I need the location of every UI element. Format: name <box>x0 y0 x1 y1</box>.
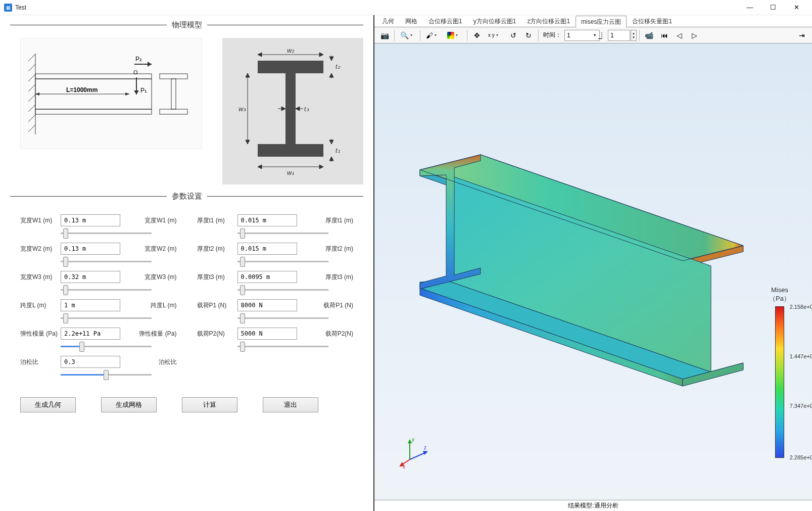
frame-up-icon[interactable]: ▲ <box>631 31 636 35</box>
svg-marker-45 <box>329 157 333 161</box>
tab-mises[interactable]: mises应力云图 <box>576 16 627 27</box>
rotate-ccw-icon[interactable]: ↺ <box>506 29 520 42</box>
step-icon[interactable]: ⏌ <box>597 29 607 42</box>
svg-rect-12 <box>160 74 187 79</box>
zoom-dropdown-icon[interactable]: 🔍 <box>397 29 417 42</box>
close-button[interactable]: ✕ <box>785 0 808 15</box>
svg-marker-62 <box>408 439 412 443</box>
tab-disp-vector[interactable]: 合位移矢量图1 <box>627 15 678 27</box>
rotate-cw-icon[interactable]: ↻ <box>521 29 536 42</box>
unit-t3: 厚度t3 (m) <box>325 273 358 282</box>
unit-t1: 厚度t1 (m) <box>325 216 358 225</box>
diagram-label-o: O <box>133 69 138 75</box>
unit-nu: 泊松比 <box>159 358 182 366</box>
section-header-params: 参数设置 <box>10 192 363 201</box>
tab-disp-z[interactable]: z方向位移云图1 <box>521 15 576 27</box>
slider-p1[interactable] <box>237 317 328 319</box>
label-w2: 宽度W2 (m) <box>20 245 57 253</box>
slider-p2[interactable] <box>237 346 328 347</box>
fit-view-icon[interactable]: ✥ <box>470 29 484 42</box>
status-text: 结果模型:通用分析 <box>568 501 618 510</box>
slider-nu[interactable] <box>61 374 152 376</box>
generate-geometry-button[interactable]: 生成几何 <box>20 397 76 412</box>
section-title-physical: 物理模型 <box>167 20 207 30</box>
prev-frame-icon[interactable]: ◁ <box>673 29 687 42</box>
label-p2: 载荷P2(N) <box>197 330 233 338</box>
frame-down-icon[interactable]: ▼ <box>631 35 636 39</box>
snapshot-icon[interactable]: 📷 <box>377 29 392 42</box>
left-panel: 物理模型 <box>0 15 374 511</box>
svg-line-8 <box>28 125 35 132</box>
slider-e[interactable] <box>61 346 152 347</box>
input-p2[interactable] <box>237 328 297 340</box>
first-frame-icon[interactable]: ⏮ <box>657 29 672 42</box>
svg-marker-65 <box>423 451 428 455</box>
result-tabs: 几何 网格 合位移云图1 y方向位移云图1 z方向位移云图1 mises应力云图… <box>374 15 812 27</box>
minimize-button[interactable]: ― <box>738 0 761 15</box>
slider-t1[interactable] <box>237 233 328 234</box>
status-bar: 结果模型:通用分析 <box>374 500 812 511</box>
svg-marker-27 <box>319 53 323 57</box>
svg-marker-50 <box>296 107 300 111</box>
legend-tick: 2.158e+07 <box>790 304 812 310</box>
svg-marker-18 <box>134 90 139 95</box>
slider-w2[interactable] <box>61 261 152 262</box>
svg-rect-24 <box>285 73 296 144</box>
svg-marker-40 <box>329 73 333 77</box>
slider-w1[interactable] <box>61 233 152 234</box>
tab-disp-y[interactable]: y方向位移云图1 <box>468 15 522 27</box>
action-buttons: 生成几何 生成网格 计算 退出 <box>10 377 363 412</box>
colormap-dropdown-icon[interactable] <box>444 29 464 42</box>
svg-line-3 <box>28 74 35 81</box>
svg-marker-44 <box>329 140 333 144</box>
slider-t2[interactable] <box>237 261 328 262</box>
tab-mesh[interactable]: 网格 <box>400 15 423 27</box>
legend-title: Mises（Pa） <box>754 286 805 303</box>
frame-input[interactable] <box>608 30 630 41</box>
label-t1: 厚度t1 (m) <box>197 216 233 225</box>
section-title-params: 参数设置 <box>167 192 207 201</box>
input-t2[interactable] <box>237 243 297 255</box>
label-t3: 厚度t3 (m) <box>197 273 233 282</box>
last-frame-icon[interactable]: ⇥ <box>795 29 809 42</box>
input-w3[interactable] <box>61 271 120 283</box>
calculate-button[interactable]: 计算 <box>182 397 237 412</box>
input-w1[interactable] <box>61 214 120 226</box>
svg-line-6 <box>28 105 35 112</box>
svg-marker-35 <box>246 140 250 144</box>
axis-view-dropdown-icon[interactable]: x y <box>485 29 505 42</box>
maximize-button[interactable]: ☐ <box>761 0 785 15</box>
input-t1[interactable] <box>237 214 297 226</box>
slider-w3[interactable] <box>61 289 152 291</box>
time-select[interactable] <box>564 30 600 41</box>
svg-line-5 <box>28 95 35 102</box>
input-p1[interactable] <box>237 299 297 311</box>
result-viewport[interactable]: y z x Mises（Pa） 2.158e+07 1.447e+07 7.34… <box>374 43 812 500</box>
record-icon[interactable]: 📹 <box>642 29 656 42</box>
svg-line-4 <box>28 84 35 91</box>
render-style-dropdown-icon[interactable]: 🖌 <box>423 29 443 42</box>
input-nu[interactable] <box>61 356 120 368</box>
exit-button[interactable]: 退出 <box>263 397 318 412</box>
generate-mesh-button[interactable]: 生成网格 <box>101 397 157 412</box>
input-w2[interactable] <box>61 243 120 255</box>
input-e[interactable] <box>61 328 120 340</box>
unit-p1: 载荷P1 (N) <box>323 301 358 310</box>
time-label: 时间： <box>543 31 561 39</box>
svg-rect-14 <box>171 79 176 109</box>
input-t3[interactable] <box>237 271 297 283</box>
svg-marker-30 <box>258 165 262 169</box>
label-p1: 载荷P1 (N) <box>197 301 233 310</box>
beam-loading-diagram: P₂ O P₁ L=1000mm <box>20 38 202 149</box>
slider-l[interactable] <box>61 317 152 319</box>
tab-disp-total[interactable]: 合位移云图1 <box>423 15 468 27</box>
unit-l: 跨度L (m) <box>151 301 182 310</box>
color-legend: Mises（Pa） 2.158e+07 1.447e+07 7.347e+06 … <box>754 286 805 458</box>
tab-geometry[interactable]: 几何 <box>376 15 400 27</box>
cross-section-diagram: w₂ w₁ w₃ t₂ t₁ <box>222 38 363 184</box>
label-w3: 宽度W3 (m) <box>20 273 57 282</box>
play-icon[interactable]: ▷ <box>688 29 702 42</box>
input-l[interactable] <box>61 299 120 311</box>
svg-marker-34 <box>246 73 250 77</box>
slider-t3[interactable] <box>237 289 328 291</box>
